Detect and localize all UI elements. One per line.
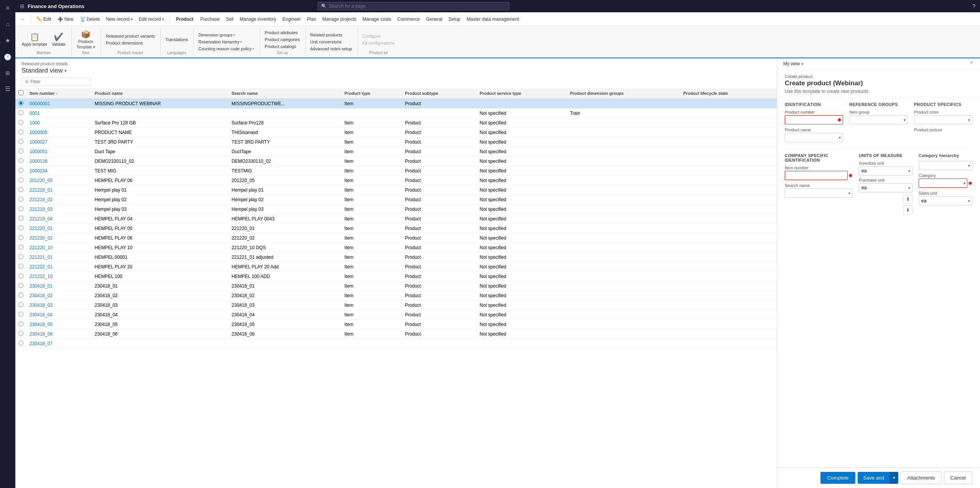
edit-button[interactable]: ✏️ Edit — [34, 15, 54, 23]
related-products-btn[interactable]: Related products — [309, 32, 354, 38]
manage-inventory-tab-btn[interactable]: Manage inventory — [237, 15, 278, 23]
sidebar-menu-icon[interactable]: ≡ — [4, 3, 11, 13]
row-radio[interactable] — [18, 101, 23, 106]
row-radio[interactable] — [18, 283, 23, 288]
sales-unit-select[interactable]: ea — [919, 196, 972, 205]
table-row[interactable]: 221221_01 HEMPEL 00001 221221_01 adjuste… — [15, 253, 777, 262]
item-group-select[interactable] — [849, 115, 908, 124]
sidebar-modules-icon[interactable]: ☰ — [3, 84, 12, 94]
search-name-select[interactable] — [785, 189, 853, 198]
configure-btn[interactable]: Configure — [361, 33, 396, 39]
table-row[interactable]: 1000005 PRODUCT NAME THISisanasd Item Pr… — [15, 128, 777, 137]
item-number-cell[interactable]: 230418_07 — [26, 339, 92, 349]
sidebar-favorites-icon[interactable]: ★ — [3, 35, 12, 46]
back-button[interactable]: ← — [18, 15, 28, 23]
row-radio[interactable] — [18, 321, 23, 326]
item-number-cell[interactable]: 221220_02 — [26, 233, 92, 243]
manage-costs-tab-btn[interactable]: Manage costs — [360, 15, 394, 23]
table-row[interactable]: 1000 Surface Pro 128 GB Surface Pro128 I… — [15, 118, 777, 128]
commerce-tab-btn[interactable]: Commerce — [395, 15, 422, 23]
attachments-button[interactable]: Attachments — [901, 471, 941, 484]
row-radio[interactable] — [18, 139, 23, 144]
col-lifecycle[interactable]: Product lifecycle state — [680, 88, 777, 99]
col-item-number[interactable]: Item number ↕ — [26, 88, 92, 99]
upload-icon-btn-2[interactable]: ⬇ — [903, 205, 912, 215]
item-number-cell[interactable]: 0001 — [26, 109, 92, 118]
item-number-cell[interactable]: 1000126 — [26, 157, 92, 166]
item-number-cell[interactable]: 1000027 — [26, 137, 92, 147]
row-radio[interactable] — [18, 187, 23, 192]
complete-button[interactable]: Complete — [820, 472, 856, 484]
table-row[interactable]: 221220_10 HEMPEL PLAY 10 221220_10 DQS I… — [15, 243, 777, 253]
upload-icon-btn-1[interactable]: ⬆ — [903, 195, 912, 204]
master-data-tab-btn[interactable]: Master data management — [464, 15, 522, 23]
item-number-cell[interactable]: 230418_05 — [26, 320, 92, 329]
item-number-cell[interactable]: 201220_05 — [26, 176, 92, 185]
row-radio[interactable] — [18, 254, 23, 259]
table-row[interactable]: 221219_02 Hempel play 02 Hempel play 02 … — [15, 195, 777, 205]
row-radio[interactable] — [18, 235, 23, 240]
table-row[interactable]: 230418_02 230418_02 230418_02 Item Produ… — [15, 291, 777, 301]
my-view-bar[interactable]: My view ▾ ⌃ — [777, 58, 980, 69]
search-input[interactable] — [329, 3, 506, 9]
app-grid-icon[interactable]: ⊞ — [20, 3, 25, 9]
table-row[interactable]: 230418_07 — [15, 339, 777, 349]
manage-projects-tab-btn[interactable]: Manage projects — [320, 15, 359, 23]
row-radio[interactable] — [18, 206, 23, 211]
item-number-cell[interactable]: 221219_01 — [26, 185, 92, 195]
table-row[interactable]: 230418_04 230418_04 230418_04 Item Produ… — [15, 310, 777, 320]
table-row[interactable]: 201220_05 HEMPEL PLAY 06 201220_05 Item … — [15, 176, 777, 185]
table-row[interactable]: 230418_01 230418_01 230418_01 Item Produ… — [15, 281, 777, 291]
table-row[interactable]: 230418_06 230418_06 230418_06 Item Produ… — [15, 329, 777, 339]
row-radio[interactable] — [18, 264, 23, 269]
setup-tab-btn[interactable]: Setup — [446, 15, 463, 23]
edit-record-button[interactable]: Edit record ▾ — [137, 15, 166, 23]
sidebar-recent-icon[interactable]: 🕐 — [2, 52, 13, 62]
advanced-notes-btn[interactable]: Advanced notes setup — [309, 46, 354, 52]
table-row[interactable]: 221219_04 HEMPEL PLAY 04 HEMPEL PLAY 004… — [15, 214, 777, 224]
item-number-cell[interactable]: 230418_06 — [26, 329, 92, 339]
dimension-groups-btn[interactable]: Dimension groups ▾ — [197, 32, 256, 38]
product-color-select[interactable] — [914, 115, 972, 124]
table-row[interactable]: 221219_03 Hempel play 03 Hempel play 03 … — [15, 205, 777, 214]
table-row[interactable]: 1000027 TEST 3RD PARTY TEST 3RD PARTY It… — [15, 137, 777, 147]
item-number-input[interactable] — [785, 171, 848, 180]
col-dimension-groups[interactable]: Product dimension groups — [567, 88, 680, 99]
row-radio[interactable] — [18, 177, 23, 182]
item-number-cell[interactable]: 230418_02 — [26, 291, 92, 301]
filter-input[interactable] — [30, 79, 87, 84]
table-row[interactable]: 1000051 Duct Tape DuctTape Item Product … — [15, 147, 777, 157]
item-number-cell[interactable]: 221222_10 — [26, 272, 92, 281]
new-record-button[interactable]: New record ▾ — [104, 15, 135, 23]
product-dimensions-btn[interactable]: Product dimensions — [104, 40, 156, 46]
table-row[interactable]: 221220_01 HEMPEL PLAY 05 221220_01 Item … — [15, 224, 777, 233]
general-tab-btn[interactable]: General — [423, 15, 445, 23]
product-new-btn[interactable]: 📦 Product ▾ Template ▾ — [75, 28, 97, 51]
product-categories-btn[interactable]: Product categories — [263, 36, 301, 43]
row-radio[interactable] — [18, 245, 23, 250]
row-radio[interactable] — [18, 129, 23, 134]
col-search-name[interactable]: Search name — [229, 88, 341, 99]
released-variants-btn[interactable]: Released product variants — [104, 33, 156, 39]
item-number-cell[interactable]: 221221_01 — [26, 253, 92, 262]
new-button[interactable]: ➕ New — [55, 15, 76, 23]
category-select[interactable] — [919, 179, 967, 188]
table-row[interactable]: 1000126 DEMO2330110_02 DEMO2330110_02 It… — [15, 157, 777, 166]
engineer-tab-btn[interactable]: Engineer — [280, 15, 303, 23]
row-radio[interactable] — [18, 293, 23, 298]
product-number-input[interactable] — [785, 115, 843, 124]
item-number-cell[interactable]: 221219_04 — [26, 214, 92, 224]
item-number-cell[interactable]: 230418_01 — [26, 281, 92, 291]
delete-button[interactable]: 🗑️ Delete — [77, 15, 102, 23]
panel-collapse-btn[interactable]: ⌃ — [969, 61, 974, 67]
item-number-cell[interactable]: 221220_01 — [26, 224, 92, 233]
product-catalogs-btn[interactable]: Product catalogs — [263, 43, 301, 50]
table-row[interactable]: 221222_01 HEMPEL PLAY 20 HEMPEL PLAY 20 … — [15, 262, 777, 272]
cancel-button[interactable]: Cancel — [944, 471, 972, 484]
item-number-cell[interactable]: 1000051 — [26, 147, 92, 157]
table-row[interactable]: 230418_03 230418_03 230418_03 Item Produ… — [15, 301, 777, 310]
row-radio[interactable] — [18, 312, 23, 317]
plan-tab-btn[interactable]: Plan — [305, 15, 318, 23]
row-radio[interactable] — [18, 197, 23, 202]
translations-btn[interactable]: Translations — [164, 36, 190, 43]
